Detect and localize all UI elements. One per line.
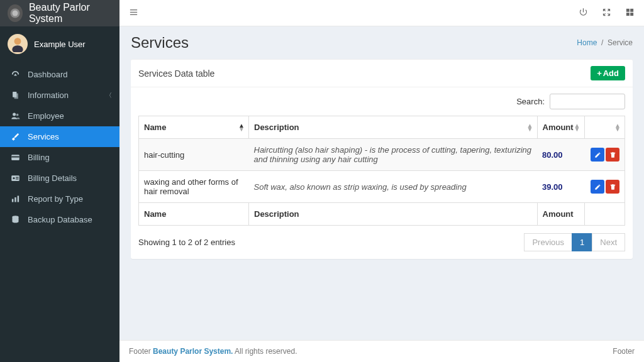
svg-rect-5 — [14, 93, 18, 99]
main: Services Home / Service Services Data ta… — [119, 0, 644, 362]
grid-icon[interactable] — [625, 8, 635, 19]
search-input[interactable] — [550, 94, 625, 109]
credit-card-icon — [9, 153, 21, 162]
copy-icon — [9, 90, 21, 100]
add-button[interactable]: +Add — [591, 66, 625, 80]
edit-button[interactable] — [591, 148, 604, 162]
footer: Footer Beauty Parlor System. All rights … — [119, 340, 644, 362]
svg-rect-10 — [11, 175, 19, 181]
side-menu: Dashboard Information〈 Employee Services… — [0, 64, 119, 230]
sidebar-item-employee[interactable]: Employee — [0, 106, 119, 126]
foot-amount: Amount — [537, 203, 584, 226]
sidebar-item-report-by-type[interactable]: Report by Type — [0, 189, 119, 209]
chart-icon — [9, 194, 21, 204]
table-row: waxing and other forms of hair removal S… — [139, 171, 625, 203]
content-header: Services Home / Service — [119, 26, 644, 59]
footer-right: Footer — [613, 347, 635, 356]
user-panel[interactable]: Example User — [0, 26, 119, 62]
sidebar-item-label: Information — [28, 90, 69, 100]
svg-rect-18 — [130, 9, 137, 10]
svg-point-11 — [13, 177, 14, 179]
search-label: Search: — [516, 97, 545, 106]
tools-icon — [9, 132, 21, 141]
svg-rect-24 — [630, 13, 633, 16]
svg-rect-21 — [626, 8, 630, 11]
svg-rect-16 — [17, 196, 19, 202]
foot-name: Name — [139, 203, 249, 226]
svg-rect-19 — [130, 11, 137, 12]
svg-rect-9 — [11, 156, 19, 158]
cell-amount: 80.00 — [537, 139, 584, 171]
table-info: Showing 1 to 2 of 2 entries — [138, 238, 235, 247]
foot-description: Description — [249, 203, 538, 226]
sidebar-item-dashboard[interactable]: Dashboard — [0, 64, 119, 85]
database-icon — [9, 215, 21, 224]
edit-button[interactable] — [591, 180, 604, 194]
svg-rect-15 — [14, 197, 16, 202]
svg-point-1 — [12, 11, 18, 16]
sidebar-item-billing-details[interactable]: Billing Details — [0, 168, 119, 189]
breadcrumb-current: Service — [608, 38, 633, 47]
topbar — [119, 0, 644, 26]
col-name[interactable]: Name▲▼ — [139, 116, 249, 139]
menu-toggle-button[interactable] — [129, 8, 138, 19]
delete-button[interactable] — [606, 148, 619, 162]
svg-point-2 — [14, 38, 21, 45]
delete-button[interactable] — [606, 180, 619, 194]
sidebar: Beauty Parlor System Example User Dashbo… — [0, 0, 119, 362]
sidebar-item-services[interactable]: Services — [0, 126, 119, 147]
sidebar-item-label: Billing Details — [28, 173, 77, 183]
cell-amount: 39.00 — [537, 171, 584, 203]
sidebar-item-label: Billing — [28, 153, 50, 162]
power-icon[interactable] — [579, 8, 588, 19]
box-title: Services Data table — [138, 69, 214, 79]
services-box: Services Data table +Add Search: Name▲▼ … — [131, 59, 633, 259]
pager-next[interactable]: Next — [592, 233, 625, 251]
svg-rect-20 — [130, 14, 137, 14]
footer-prefix: Footer — [129, 347, 151, 356]
sidebar-item-label: Employee — [28, 111, 64, 121]
breadcrumb-home[interactable]: Home — [577, 38, 597, 47]
plus-icon: + — [597, 69, 602, 78]
cell-description: Haircutting (also hair shaping) - is the… — [249, 139, 538, 171]
foot-actions — [584, 203, 625, 226]
brand-text: Beauty Parlor System — [29, 2, 112, 25]
cell-name: waxing and other forms of hair removal — [139, 171, 249, 203]
footer-rights: All rights reserved. — [235, 347, 297, 356]
col-actions: ▲▼ — [584, 116, 625, 139]
pager-prev[interactable]: Previous — [524, 233, 572, 251]
expand-icon[interactable] — [602, 8, 611, 19]
cell-description: Soft wax, also known as strip waxing, is… — [249, 171, 538, 203]
sidebar-item-label: Report by Type — [28, 194, 83, 204]
sidebar-item-backup-database[interactable]: Backup Database — [0, 209, 119, 230]
breadcrumb: Home / Service — [577, 38, 633, 47]
brand-logo-icon — [8, 4, 23, 22]
col-description[interactable]: Description▲▼ — [249, 116, 538, 139]
svg-point-3 — [12, 45, 23, 52]
page-title: Services — [131, 34, 189, 52]
sidebar-item-information[interactable]: Information〈 — [0, 85, 119, 106]
tachometer-icon — [9, 70, 21, 79]
svg-point-7 — [16, 114, 18, 116]
id-card-icon — [9, 173, 21, 183]
svg-rect-12 — [16, 177, 18, 178]
svg-rect-14 — [11, 199, 13, 202]
svg-point-6 — [13, 113, 16, 116]
col-amount[interactable]: Amount▲▼ — [537, 116, 584, 139]
brand[interactable]: Beauty Parlor System — [0, 0, 119, 26]
cell-name: hair-cutting — [139, 139, 249, 171]
footer-brand-link[interactable]: Beauty Parlor System. — [153, 347, 233, 356]
users-icon — [9, 111, 21, 121]
sidebar-item-label: Dashboard — [28, 70, 68, 79]
svg-rect-23 — [626, 13, 630, 16]
user-name: Example User — [34, 40, 86, 49]
pager-page-1[interactable]: 1 — [572, 233, 592, 251]
svg-rect-13 — [16, 178, 18, 179]
avatar — [8, 34, 28, 54]
sidebar-item-label: Backup Database — [28, 215, 92, 224]
chevron-left-icon: 〈 — [106, 91, 112, 100]
services-table: Name▲▼ Description▲▼ Amount▲▼ ▲▼ hair-cu… — [138, 116, 625, 226]
sidebar-item-billing[interactable]: Billing — [0, 147, 119, 168]
sidebar-item-label: Services — [28, 132, 59, 141]
svg-rect-22 — [630, 8, 633, 11]
